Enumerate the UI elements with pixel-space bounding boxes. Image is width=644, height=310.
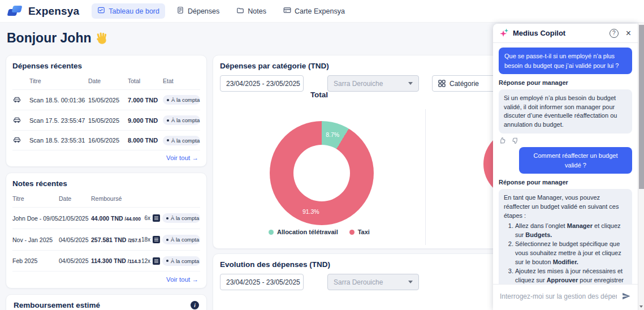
recent-expenses-card: Dépenses récentes Titre Date Total Etat … [6,55,207,167]
expense-row[interactable]: Scan 18.5. 23:55:31 16/05/2025 8.000 TND… [12,130,200,150]
note-title: John Doe - 09/05/... [12,215,59,222]
expensya-logo[interactable]: Expensya [8,5,79,18]
legend-item: Taxi [349,229,370,235]
status-badge: À la compta [162,213,200,223]
card-icon [283,6,291,16]
folder-icon [236,6,244,16]
send-icon[interactable] [621,291,631,301]
expense-title: Scan 18.5. 23:55:31 [29,137,88,144]
page-scrollbar[interactable] [638,23,644,310]
note-title: Nov - Jan 2025 [12,236,59,243]
note-count: 12x [141,258,150,264]
note-row[interactable]: Feb 2025 04/05/2025 114.300 TND /114.300… [12,250,200,272]
date-range-input[interactable]: 23/04/2025 - 23/05/2025 [220,75,304,92]
answer-label: Réponse pour manager [499,179,632,186]
thumbs-up-icon[interactable] [499,137,506,144]
tab-label: Tableau de bord [109,7,159,15]
card-title: Remboursement estimé [14,301,100,309]
step-item: Sélectionnez le budget spécifique que vo… [515,240,627,266]
category-donut-chart: 8.7%91.3% [270,121,374,225]
dashboard-icon [97,6,105,16]
brand-name: Expensya [28,5,79,18]
legend-item: Allocation télétravail [269,229,338,235]
card-title: Dépenses récentes [12,62,200,70]
tab-label: Dépenses [188,7,219,15]
expense-title: Scan 17.5. 23:55:47 [29,117,88,124]
grid-icon [438,80,446,87]
list-icon [153,214,160,222]
help-icon[interactable]: ? [610,29,619,38]
note-amount-of: /114.300 [128,259,141,264]
donut-slice-label: 8.7% [326,131,339,138]
note-amount: 44.000 TND [91,215,123,222]
user-message: Comment réaffecter un budget validé ? [519,147,632,174]
notes-table-header: Titre Date Remboursé [12,195,200,207]
expense-total: 8.000 TND [128,137,163,144]
assistant-intro: En tant que Manager, vous pouvez réaffec… [504,193,627,220]
note-date: 21/05/2025 [59,215,91,222]
expense-row[interactable]: Scan 17.5. 23:55:47 15/05/2025 9.000 TND… [12,110,200,130]
expense-row[interactable]: Scan 18.5. 00:01:36 15/05/2025 7.000 TND… [12,89,200,110]
tab-notes[interactable]: Notes [231,3,272,19]
chevron-down-icon [408,281,413,283]
sparkle-icon [500,28,509,38]
expensya-logo-icon [8,5,23,17]
status-badge: À la compta [162,235,200,244]
status-dot-icon [167,99,169,101]
note-row[interactable]: Nov - Jan 2025 04/05/2025 257.581 TND /2… [12,229,200,250]
col-etat: Etat [163,78,200,84]
expense-total: 9.000 TND [128,117,163,124]
assistant-steps: Allez dans l’onglet Manager et cliquez s… [504,222,627,284]
status-badge: À la compta [162,256,200,266]
page-title: Bonjour John [7,31,109,46]
note-date: 04/05/2025 [59,257,91,264]
note-amount: 257.581 TND [91,236,126,243]
expensya-dashboard: Expensya Tableau de bord Dépenses Notes [0,0,644,310]
tab-depenses[interactable]: Dépenses [171,3,225,19]
list-icon [153,236,160,243]
status-badge: À la compta [163,136,200,145]
see-all-expenses-link[interactable]: Voir tout → [166,154,198,161]
tab-label: Carte Expensya [295,7,345,15]
date-range-input[interactable]: 23/04/2025 - 23/05/2025 [220,274,304,290]
col-titre: Titre [12,195,59,202]
expense-title: Scan 18.5. 00:01:36 [29,97,88,104]
estimated-reimbursement-card: Remboursement estimé i [6,294,207,310]
user-message: Que se passe-t-il si un employé n’a plus… [499,48,632,74]
close-icon[interactable]: × [626,29,631,38]
card-title: Notes récentes [12,179,200,188]
thumbs-down-icon[interactable] [512,137,519,144]
medius-copilot-panel: Medius Copilot ? × Que se passe-t-il si … [493,24,638,310]
copilot-title: Medius Copilot [513,29,606,37]
expenses-table-header: Titre Date Total Etat [12,78,200,89]
expense-date: 15/05/2025 [88,97,128,104]
scrollbar-thumb[interactable] [639,25,644,189]
donut-hole [293,145,350,201]
info-icon[interactable]: i [191,301,199,309]
tab-tableau-de-bord[interactable]: Tableau de bord [92,3,165,19]
user-filter-select[interactable]: Sarra Derouiche [327,75,419,92]
taxi-icon [12,115,29,126]
note-row[interactable]: John Doe - 09/05/... 21/05/2025 44.000 T… [12,207,200,229]
note-count: 18x [141,236,150,243]
user-filter-select[interactable]: Sarra Derouiche [327,274,419,290]
recent-notes-card: Notes récentes Titre Date Remboursé John… [6,173,207,289]
chevron-down-icon [408,82,413,85]
legend-dot-icon [349,230,355,235]
copilot-thread: Que se passe-t-il si un employé n’a plus… [493,43,638,284]
status-badge: À la compta [163,115,200,125]
see-all-notes-link[interactable]: Voir tout → [166,276,198,283]
expense-total: 7.000 TND [128,97,163,104]
feedback-buttons [499,137,632,144]
col-date: Date [59,195,91,202]
tab-carte-expensya[interactable]: Carte Expensya [278,3,351,19]
donut-chart-title: Total [213,91,425,99]
copilot-input[interactable] [500,292,617,300]
status-dot-icon [167,139,169,141]
list-icon [153,257,160,265]
assistant-message: En tant que Manager, vous pouvez réaffec… [499,189,632,284]
copilot-input-bar [493,284,638,310]
scrollbar-down-arrow-icon[interactable] [639,305,643,308]
step-item: Allez dans l’onglet Manager et cliquez s… [515,222,627,239]
note-amount-of: /257.581 [128,238,141,243]
